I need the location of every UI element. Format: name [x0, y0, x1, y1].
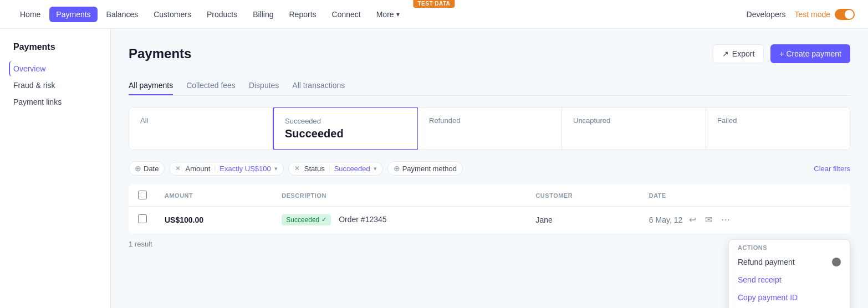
- developers-link[interactable]: Developers: [747, 10, 786, 19]
- col-amount: AMOUNT: [156, 185, 273, 207]
- status-badge: Succeeded: [282, 214, 331, 225]
- tab-collected-fees[interactable]: Collected fees: [186, 76, 236, 95]
- send-receipt-item[interactable]: Send receipt: [729, 271, 850, 289]
- payments-table: AMOUNT DESCRIPTION CUSTOMER DATE US$100.…: [129, 184, 850, 233]
- copy-payment-id-item[interactable]: Copy payment ID: [729, 289, 850, 306]
- email-icon[interactable]: ✉: [703, 213, 714, 226]
- close-icon[interactable]: ✕: [294, 165, 300, 172]
- status-card-all[interactable]: All: [129, 107, 273, 150]
- sidebar-item-payment-links[interactable]: Payment links: [9, 94, 101, 110]
- top-nav: Home Payments Balances Customers Product…: [0, 0, 868, 29]
- filters-row: ⊕ Date ✕ Amount Exactly US$100 ▾ ✕ Statu…: [129, 161, 850, 176]
- app-layout: Payments Overview Fraud & risk Payment l…: [0, 29, 868, 308]
- refund-icon[interactable]: ↩: [687, 213, 698, 226]
- page-title: Payments: [129, 46, 191, 61]
- payments-tabs: All payments Collected fees Disputes All…: [129, 76, 850, 96]
- col-date: DATE: [640, 185, 850, 207]
- tab-disputes[interactable]: Disputes: [249, 76, 279, 95]
- sidebar-item-overview[interactable]: Overview: [9, 61, 101, 76]
- main-content: Payments ↗ Export + Create payment All p…: [111, 29, 868, 308]
- sidebar: Payments Overview Fraud & risk Payment l…: [0, 29, 111, 308]
- status-card-succeeded[interactable]: Succeeded Succeeded: [273, 107, 418, 150]
- nav-balances[interactable]: Balances: [100, 7, 145, 22]
- clear-filters-button[interactable]: Clear filters: [814, 165, 850, 173]
- refund-payment-item[interactable]: Refund payment: [729, 253, 850, 271]
- more-actions-icon[interactable]: ⋯: [719, 213, 732, 226]
- sidebar-item-fraud-risk[interactable]: Fraud & risk: [9, 78, 101, 93]
- col-customer: CUSTOMER: [527, 185, 640, 207]
- col-description: DESCRIPTION: [273, 185, 527, 207]
- cursor-indicator: [832, 258, 841, 266]
- toggle-switch[interactable]: [835, 9, 855, 20]
- nav-more[interactable]: More ▾: [370, 7, 406, 22]
- test-data-badge: TEST DATA: [413, 0, 455, 8]
- plus-icon: ⊕: [135, 164, 141, 173]
- actions-dropdown: ACTIONS Refund payment Send receipt Copy…: [728, 239, 850, 308]
- plus-icon: ⊕: [394, 164, 400, 173]
- filter-separator: [215, 165, 215, 172]
- nav-connect[interactable]: Connect: [325, 7, 367, 22]
- payment-date: 6 May, 12: [649, 215, 682, 224]
- status-cards: All Succeeded Succeeded Refunded Uncaptu…: [129, 107, 850, 150]
- status-card-uncaptured[interactable]: Uncaptured: [562, 107, 706, 150]
- nav-billing[interactable]: Billing: [246, 7, 280, 22]
- nav-reports[interactable]: Reports: [283, 7, 323, 22]
- filter-add-payment-method[interactable]: ⊕ Payment method: [387, 161, 463, 176]
- table-row[interactable]: US$100.00 Succeeded Order #12345 Jane 6 …: [129, 207, 850, 233]
- filter-add-date[interactable]: ⊕ Date: [129, 161, 165, 176]
- nav-payments[interactable]: Payments: [49, 7, 97, 22]
- status-card-refunded[interactable]: Refunded: [418, 107, 562, 150]
- filter-amount[interactable]: ✕ Amount Exactly US$100 ▾: [169, 162, 283, 176]
- payment-amount: US$100.00: [165, 215, 203, 224]
- sidebar-title: Payments: [9, 42, 101, 52]
- payment-customer: Jane: [527, 207, 640, 233]
- page-header: Payments ↗ Export + Create payment: [129, 44, 850, 63]
- chevron-down-icon: ▾: [274, 165, 278, 172]
- status-card-failed[interactable]: Failed: [706, 107, 850, 150]
- actions-section-label: ACTIONS: [729, 240, 850, 253]
- row-actions: 6 May, 12 ↩ ✉ ⋯: [649, 213, 841, 226]
- tab-all-transactions[interactable]: All transactions: [292, 76, 345, 95]
- chevron-down-icon: ▾: [374, 165, 377, 172]
- filter-separator: [329, 165, 330, 172]
- export-icon: ↗: [722, 49, 729, 58]
- nav-products[interactable]: Products: [200, 7, 244, 22]
- close-icon[interactable]: ✕: [175, 165, 181, 172]
- nav-customers[interactable]: Customers: [147, 7, 198, 22]
- filter-status[interactable]: ✕ Status Succeeded ▾: [288, 162, 383, 176]
- toggle-knob: [845, 10, 854, 19]
- chevron-down-icon: ▾: [396, 11, 400, 18]
- select-all-checkbox[interactable]: [138, 191, 147, 199]
- payment-description: Order #12345: [339, 215, 386, 224]
- header-actions: ↗ Export + Create payment: [713, 44, 850, 63]
- nav-home[interactable]: Home: [13, 7, 47, 22]
- nav-right: Developers Test mode: [747, 9, 855, 20]
- test-mode-toggle[interactable]: Test mode: [794, 9, 855, 20]
- row-checkbox[interactable]: [138, 214, 147, 223]
- tab-all-payments[interactable]: All payments: [129, 76, 173, 95]
- export-button[interactable]: ↗ Export: [713, 44, 764, 63]
- create-payment-button[interactable]: + Create payment: [770, 44, 850, 63]
